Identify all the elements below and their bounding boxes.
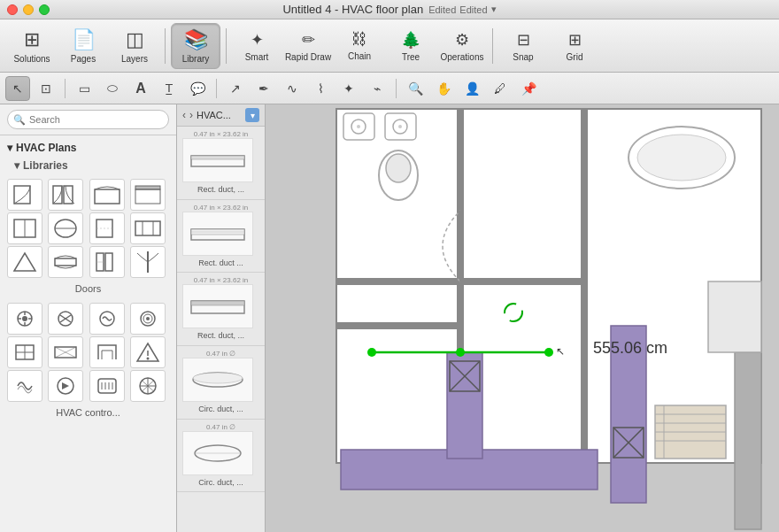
stamp-tool[interactable]: 📌 xyxy=(516,76,541,101)
svg-point-38 xyxy=(146,358,149,360)
libraries-toggle[interactable]: ▾ Libraries xyxy=(7,157,169,175)
door-icon-7[interactable] xyxy=(89,212,125,244)
mid-item-1-size: 0.47 in × 23.62 in xyxy=(182,130,259,138)
tree-button[interactable]: 🌲 Tree xyxy=(386,23,436,69)
mid-item-4[interactable]: 0.47 in ∅ Circ. duct, ... xyxy=(177,346,265,420)
hvac-icon-2[interactable] xyxy=(48,303,83,335)
chain-label: Chain xyxy=(348,51,371,61)
grid-button[interactable]: ⊞ Grid xyxy=(550,23,599,69)
hvac-plans-toggle[interactable]: ▾ HVAC Plans xyxy=(7,139,169,157)
close-button[interactable] xyxy=(7,4,18,15)
mid-panel-dropdown[interactable]: ▾ xyxy=(245,108,259,122)
mid-item-5[interactable]: 0.47 in ∅ Circ. duct, ... xyxy=(177,420,265,493)
doors-category-label: Doors xyxy=(7,281,169,299)
mid-item-3[interactable]: 0.47 in × 23.62 in Rect. duct, ... xyxy=(177,273,265,346)
pages-icon: 📄 xyxy=(72,28,96,51)
mid-item-3-label: Rect. duct, ... xyxy=(182,331,259,342)
mid-item-1[interactable]: 0.47 in × 23.62 in Rect. duct, ... xyxy=(177,127,265,200)
svg-point-100 xyxy=(544,348,553,357)
svg-point-29 xyxy=(146,317,150,320)
hvac-icon-3[interactable] xyxy=(89,303,125,335)
magnify-tool[interactable]: 🔍 xyxy=(403,76,428,101)
hvac-icon-8[interactable] xyxy=(130,336,166,368)
door-icon-9[interactable] xyxy=(7,246,42,278)
rect-tool[interactable]: ▭ xyxy=(72,76,96,101)
mid-item-2[interactable]: 0.47 in × 23.62 in Rect. duct ... xyxy=(177,200,265,274)
svg-rect-14 xyxy=(105,253,112,271)
libraries-label: Libraries xyxy=(23,159,68,172)
pages-label: Pages xyxy=(71,54,96,64)
canvas-area[interactable]: ↖ 555.06 cm S= 1.99924e+0 cm2 Don't Show… xyxy=(266,104,779,532)
svg-rect-5 xyxy=(135,189,160,204)
hand-tool[interactable]: ✋ xyxy=(431,76,456,101)
rapid-draw-button[interactable]: ✏ Rapid Draw xyxy=(283,23,333,69)
text2-tool[interactable]: T̲ xyxy=(157,76,181,101)
door-icon-12[interactable] xyxy=(130,246,166,278)
rapid-draw-label: Rapid Draw xyxy=(285,52,331,62)
speech-tool[interactable]: 💬 xyxy=(185,76,210,101)
door-icon-2[interactable] xyxy=(48,179,83,211)
line-tool[interactable]: ⌇ xyxy=(308,76,333,101)
hvac-icon-1[interactable] xyxy=(7,303,42,335)
snap-label: Snap xyxy=(513,52,533,62)
door-icon-8[interactable] xyxy=(130,212,166,244)
minimize-button[interactable] xyxy=(23,4,34,15)
tool-sep-1 xyxy=(65,79,66,98)
pen-tool[interactable]: ✒ xyxy=(251,76,276,101)
svg-point-76 xyxy=(398,125,402,128)
door-icon-4[interactable] xyxy=(130,179,166,211)
smart-button[interactable]: ✦ Smart xyxy=(232,23,282,69)
arrow-tool[interactable]: ↗ xyxy=(223,76,248,101)
svg-text:↖: ↖ xyxy=(556,345,565,358)
select-sub-tool[interactable]: ⊡ xyxy=(34,76,58,101)
sidebar-scroll: ▾ HVAC Plans ▾ Libraries xyxy=(0,135,176,532)
libraries-arrow: ▾ xyxy=(14,159,19,172)
select-tool[interactable]: ↖ xyxy=(5,76,30,101)
search-input[interactable] xyxy=(7,110,169,129)
freehand-tool[interactable]: ✦ xyxy=(336,76,361,101)
bezier-tool[interactable]: ∿ xyxy=(280,76,305,101)
snap-icon: ⊟ xyxy=(517,30,530,50)
door-icon-3[interactable] xyxy=(89,179,125,211)
svg-point-18 xyxy=(22,316,27,321)
maximize-button[interactable] xyxy=(39,4,50,15)
door-icon-10[interactable] xyxy=(48,246,83,278)
layers-button[interactable]: ◫ Layers xyxy=(110,23,159,69)
rapid-draw-icon: ✏ xyxy=(302,30,315,50)
hvac-icon-5[interactable] xyxy=(7,336,42,368)
user-tool[interactable]: 👤 xyxy=(459,76,484,101)
door-icon-1[interactable] xyxy=(7,179,42,211)
smart-icon: ✦ xyxy=(251,30,264,50)
pages-button[interactable]: 📄 Pages xyxy=(58,23,108,69)
snap-button[interactable]: ⊟ Snap xyxy=(498,23,548,69)
library-button[interactable]: 📚 Library xyxy=(171,23,220,69)
door-icon-6[interactable] xyxy=(48,212,83,244)
hvac-icon-6[interactable] xyxy=(48,336,83,368)
nav-fwd[interactable]: › xyxy=(189,109,193,121)
hvac-icon-12[interactable] xyxy=(130,370,166,402)
door-icon-5[interactable] xyxy=(7,212,42,244)
hvac-icon-9[interactable] xyxy=(7,370,42,402)
svg-rect-96 xyxy=(708,281,761,352)
hvac-icon-11[interactable] xyxy=(89,370,125,402)
solutions-button[interactable]: ⊞ Solutions xyxy=(7,23,57,69)
svg-rect-95 xyxy=(735,352,761,529)
connector-tool[interactable]: ⌁ xyxy=(365,76,390,101)
chain-button[interactable]: ⛓ Chain xyxy=(335,23,384,69)
nav-back[interactable]: ‹ xyxy=(182,109,186,121)
pen2-tool[interactable]: 🖊 xyxy=(488,76,513,101)
text-tool[interactable]: A xyxy=(128,76,153,101)
door-icon-11[interactable] xyxy=(89,246,125,278)
mid-item-4-label: Circ. duct, ... xyxy=(182,405,259,415)
svg-rect-0 xyxy=(14,186,30,204)
hvac-plans-label: HVAC Plans xyxy=(16,142,76,154)
hvac-icon-4[interactable] xyxy=(130,303,166,335)
toolbar-sep-1 xyxy=(165,28,166,64)
library-icon: 📚 xyxy=(184,28,208,51)
mid-item-2-size: 0.47 in × 23.62 in xyxy=(182,204,259,212)
ellipse-tool[interactable]: ⬭ xyxy=(100,76,125,101)
hvac-icon-7[interactable] xyxy=(89,336,125,368)
dropdown-arrow[interactable]: ▾ xyxy=(491,4,497,15)
operations-button[interactable]: ⚙ Operations xyxy=(437,23,487,69)
hvac-icon-10[interactable] xyxy=(48,370,83,402)
